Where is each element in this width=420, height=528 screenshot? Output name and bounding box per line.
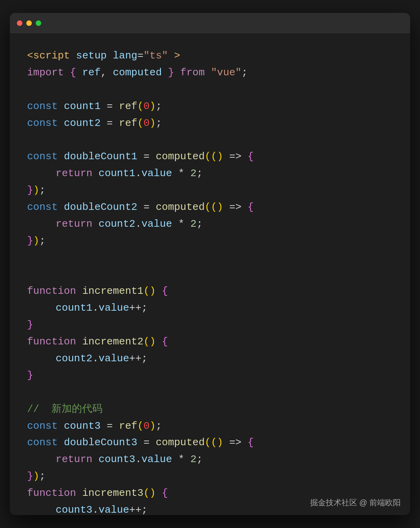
line-9: return count2.value * 2; [27,216,393,233]
line-11: function increment1() { [27,283,393,300]
line-15: count2.value++; [27,350,393,367]
code-block: <script setup lang="ts" > import { ref, … [10,33,410,515]
line-14: function increment2() { [27,333,393,350]
line-blank-2 [27,131,393,148]
watermark: 掘金技术社区 @ 前端欧阳 [310,497,401,508]
line-blank-4 [27,266,393,283]
fullscreen-button[interactable] [36,20,41,26]
line-7: }); [27,182,393,199]
minimize-button[interactable] [26,20,32,26]
line-8: const doubleCount2 = computed(() => { [27,199,393,216]
line-2: import { ref, computed } from "vue"; [27,64,393,81]
line-4: const count2 = ref(0); [27,115,393,132]
line-18: const count3 = ref(0); [27,418,393,435]
line-blank-5 [27,384,393,401]
line-5: const doubleCount1 = computed(() => { [27,148,393,165]
line-blank-3 [27,249,393,266]
line-20: return count3.value * 2; [27,451,393,468]
line-1: <script setup lang="ts" > [27,47,393,64]
close-button[interactable] [17,20,22,26]
line-blank-1 [27,81,393,98]
line-12: count1.value++; [27,300,393,317]
line-6: return count1.value * 2; [27,165,393,182]
code-window: <script setup lang="ts" > import { ref, … [10,13,410,515]
line-19: const doubleCount3 = computed(() => { [27,434,393,451]
titlebar [10,13,410,33]
line-10: }); [27,233,393,249]
line-17: // 新加的代码 [27,401,393,418]
line-16: } [27,367,393,384]
line-21: }); [27,468,393,485]
line-13: } [27,317,393,333]
line-3: const count1 = ref(0); [27,98,393,115]
